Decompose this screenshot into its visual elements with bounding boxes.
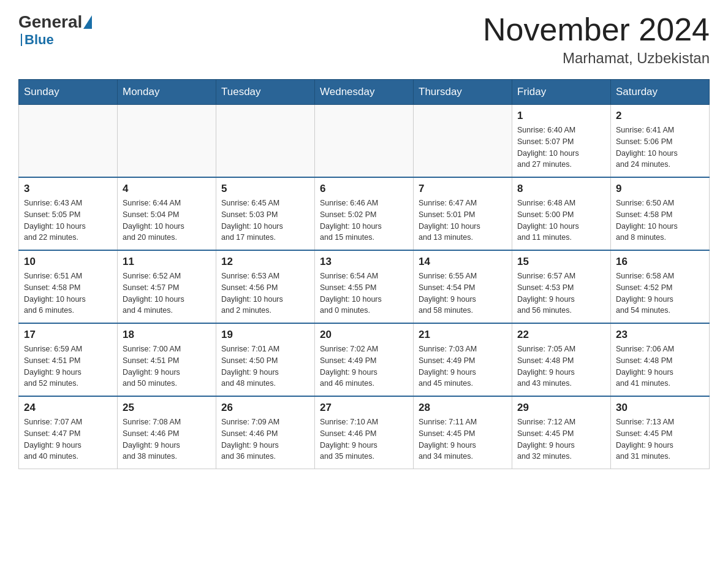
calendar-cell bbox=[216, 105, 315, 178]
calendar-cell bbox=[414, 105, 512, 178]
day-number: 30 bbox=[616, 402, 704, 414]
day-number: 18 bbox=[123, 329, 211, 341]
weekday-header-tuesday: Tuesday bbox=[216, 80, 315, 105]
day-info: Sunrise: 6:46 AM Sunset: 5:02 PM Dayligh… bbox=[320, 197, 408, 243]
day-info: Sunrise: 6:41 AM Sunset: 5:06 PM Dayligh… bbox=[616, 124, 704, 170]
calendar-cell: 19Sunrise: 7:01 AM Sunset: 4:50 PM Dayli… bbox=[216, 323, 315, 396]
day-info: Sunrise: 6:43 AM Sunset: 5:05 PM Dayligh… bbox=[24, 197, 112, 243]
day-info: Sunrise: 6:50 AM Sunset: 4:58 PM Dayligh… bbox=[616, 197, 704, 243]
calendar-cell: 8Sunrise: 6:48 AM Sunset: 5:00 PM Daylig… bbox=[512, 177, 611, 250]
weekday-header-monday: Monday bbox=[118, 80, 216, 105]
day-info: Sunrise: 6:59 AM Sunset: 4:51 PM Dayligh… bbox=[24, 343, 112, 389]
day-number: 12 bbox=[221, 256, 309, 268]
day-number: 20 bbox=[320, 329, 408, 341]
day-info: Sunrise: 7:13 AM Sunset: 4:45 PM Dayligh… bbox=[616, 416, 704, 462]
day-info: Sunrise: 6:44 AM Sunset: 5:04 PM Dayligh… bbox=[123, 197, 211, 243]
day-number: 9 bbox=[616, 183, 704, 195]
calendar-cell: 17Sunrise: 6:59 AM Sunset: 4:51 PM Dayli… bbox=[19, 323, 118, 396]
day-number: 17 bbox=[24, 329, 112, 341]
day-number: 3 bbox=[24, 183, 112, 195]
weekday-header-sunday: Sunday bbox=[19, 80, 118, 105]
calendar-cell: 22Sunrise: 7:05 AM Sunset: 4:48 PM Dayli… bbox=[512, 323, 611, 396]
day-number: 8 bbox=[517, 183, 605, 195]
day-info: Sunrise: 7:02 AM Sunset: 4:49 PM Dayligh… bbox=[320, 343, 408, 389]
day-number: 19 bbox=[221, 329, 309, 341]
weekday-header-wednesday: Wednesday bbox=[315, 80, 414, 105]
calendar-table: SundayMondayTuesdayWednesdayThursdayFrid… bbox=[18, 79, 710, 469]
day-number: 23 bbox=[616, 329, 704, 341]
calendar-cell: 21Sunrise: 7:03 AM Sunset: 4:49 PM Dayli… bbox=[414, 323, 512, 396]
calendar-cell: 23Sunrise: 7:06 AM Sunset: 4:48 PM Dayli… bbox=[611, 323, 710, 396]
day-number: 27 bbox=[320, 402, 408, 414]
calendar-cell bbox=[315, 105, 414, 178]
day-number: 1 bbox=[517, 110, 605, 122]
day-number: 16 bbox=[616, 256, 704, 268]
day-info: Sunrise: 6:53 AM Sunset: 4:56 PM Dayligh… bbox=[221, 270, 309, 316]
calendar-cell: 16Sunrise: 6:58 AM Sunset: 4:52 PM Dayli… bbox=[611, 250, 710, 323]
calendar-week-row: 24Sunrise: 7:07 AM Sunset: 4:47 PM Dayli… bbox=[19, 396, 710, 469]
logo-line-icon bbox=[21, 34, 22, 46]
calendar-cell bbox=[19, 105, 118, 178]
day-info: Sunrise: 7:12 AM Sunset: 4:45 PM Dayligh… bbox=[517, 416, 605, 462]
day-number: 26 bbox=[221, 402, 309, 414]
day-number: 6 bbox=[320, 183, 408, 195]
calendar-cell: 11Sunrise: 6:52 AM Sunset: 4:57 PM Dayli… bbox=[118, 250, 216, 323]
day-info: Sunrise: 6:47 AM Sunset: 5:01 PM Dayligh… bbox=[419, 197, 507, 243]
calendar-cell: 4Sunrise: 6:44 AM Sunset: 5:04 PM Daylig… bbox=[118, 177, 216, 250]
calendar-cell: 5Sunrise: 6:45 AM Sunset: 5:03 PM Daylig… bbox=[216, 177, 315, 250]
title-section: November 2024 Marhamat, Uzbekistan bbox=[483, 12, 710, 67]
calendar-cell: 9Sunrise: 6:50 AM Sunset: 4:58 PM Daylig… bbox=[611, 177, 710, 250]
calendar-week-row: 17Sunrise: 6:59 AM Sunset: 4:51 PM Dayli… bbox=[19, 323, 710, 396]
calendar-cell: 18Sunrise: 7:00 AM Sunset: 4:51 PM Dayli… bbox=[118, 323, 216, 396]
calendar-week-row: 3Sunrise: 6:43 AM Sunset: 5:05 PM Daylig… bbox=[19, 177, 710, 250]
month-title: November 2024 bbox=[483, 12, 710, 47]
weekday-header-saturday: Saturday bbox=[611, 80, 710, 105]
logo-triangle-icon bbox=[83, 15, 92, 29]
day-number: 2 bbox=[616, 110, 704, 122]
calendar-cell bbox=[118, 105, 216, 178]
day-number: 28 bbox=[419, 402, 507, 414]
day-number: 22 bbox=[517, 329, 605, 341]
day-info: Sunrise: 6:55 AM Sunset: 4:54 PM Dayligh… bbox=[419, 270, 507, 316]
calendar-cell: 14Sunrise: 6:55 AM Sunset: 4:54 PM Dayli… bbox=[414, 250, 512, 323]
day-info: Sunrise: 6:54 AM Sunset: 4:55 PM Dayligh… bbox=[320, 270, 408, 316]
day-info: Sunrise: 7:09 AM Sunset: 4:46 PM Dayligh… bbox=[221, 416, 309, 462]
day-info: Sunrise: 6:45 AM Sunset: 5:03 PM Dayligh… bbox=[221, 197, 309, 243]
calendar-cell: 29Sunrise: 7:12 AM Sunset: 4:45 PM Dayli… bbox=[512, 396, 611, 469]
day-info: Sunrise: 6:48 AM Sunset: 5:00 PM Dayligh… bbox=[517, 197, 605, 243]
day-number: 29 bbox=[517, 402, 605, 414]
calendar-cell: 10Sunrise: 6:51 AM Sunset: 4:58 PM Dayli… bbox=[19, 250, 118, 323]
day-number: 13 bbox=[320, 256, 408, 268]
calendar-cell: 2Sunrise: 6:41 AM Sunset: 5:06 PM Daylig… bbox=[611, 105, 710, 178]
day-number: 5 bbox=[221, 183, 309, 195]
day-info: Sunrise: 6:51 AM Sunset: 4:58 PM Dayligh… bbox=[24, 270, 112, 316]
day-info: Sunrise: 7:07 AM Sunset: 4:47 PM Dayligh… bbox=[24, 416, 112, 462]
day-info: Sunrise: 7:01 AM Sunset: 4:50 PM Dayligh… bbox=[221, 343, 309, 389]
day-number: 7 bbox=[419, 183, 507, 195]
calendar-cell: 1Sunrise: 6:40 AM Sunset: 5:07 PM Daylig… bbox=[512, 105, 611, 178]
day-number: 24 bbox=[24, 402, 112, 414]
calendar-week-row: 1Sunrise: 6:40 AM Sunset: 5:07 PM Daylig… bbox=[19, 105, 710, 178]
weekday-header-thursday: Thursday bbox=[414, 80, 512, 105]
calendar-cell: 15Sunrise: 6:57 AM Sunset: 4:53 PM Dayli… bbox=[512, 250, 611, 323]
day-number: 4 bbox=[123, 183, 211, 195]
weekday-header-row: SundayMondayTuesdayWednesdayThursdayFrid… bbox=[19, 80, 710, 105]
calendar-cell: 27Sunrise: 7:10 AM Sunset: 4:46 PM Dayli… bbox=[315, 396, 414, 469]
calendar-cell: 25Sunrise: 7:08 AM Sunset: 4:46 PM Dayli… bbox=[118, 396, 216, 469]
day-number: 15 bbox=[517, 256, 605, 268]
calendar-cell: 28Sunrise: 7:11 AM Sunset: 4:45 PM Dayli… bbox=[414, 396, 512, 469]
day-info: Sunrise: 6:52 AM Sunset: 4:57 PM Dayligh… bbox=[123, 270, 211, 316]
day-number: 10 bbox=[24, 256, 112, 268]
day-info: Sunrise: 7:05 AM Sunset: 4:48 PM Dayligh… bbox=[517, 343, 605, 389]
day-number: 11 bbox=[123, 256, 211, 268]
day-info: Sunrise: 7:11 AM Sunset: 4:45 PM Dayligh… bbox=[419, 416, 507, 462]
calendar-cell: 26Sunrise: 7:09 AM Sunset: 4:46 PM Dayli… bbox=[216, 396, 315, 469]
day-info: Sunrise: 7:03 AM Sunset: 4:49 PM Dayligh… bbox=[419, 343, 507, 389]
day-number: 21 bbox=[419, 329, 507, 341]
calendar-cell: 3Sunrise: 6:43 AM Sunset: 5:05 PM Daylig… bbox=[19, 177, 118, 250]
day-info: Sunrise: 7:08 AM Sunset: 4:46 PM Dayligh… bbox=[123, 416, 211, 462]
day-info: Sunrise: 6:58 AM Sunset: 4:52 PM Dayligh… bbox=[616, 270, 704, 316]
calendar-cell: 13Sunrise: 6:54 AM Sunset: 4:55 PM Dayli… bbox=[315, 250, 414, 323]
calendar-cell: 7Sunrise: 6:47 AM Sunset: 5:01 PM Daylig… bbox=[414, 177, 512, 250]
location-title: Marhamat, Uzbekistan bbox=[483, 50, 710, 67]
